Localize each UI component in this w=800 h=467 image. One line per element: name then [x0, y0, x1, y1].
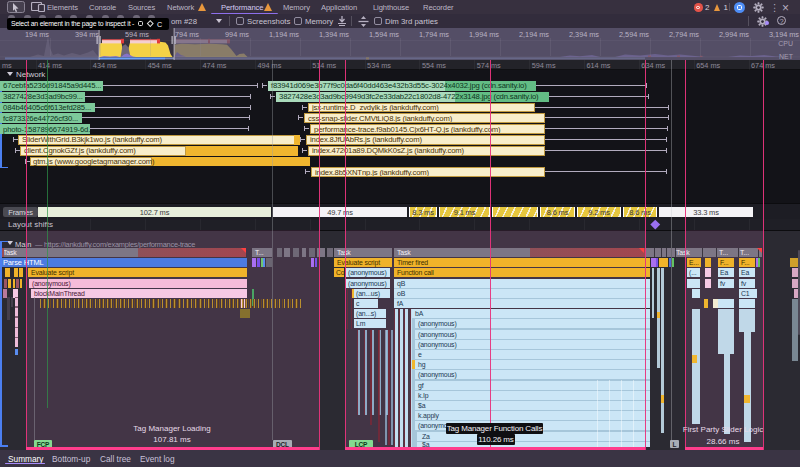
svg-text:2,994 ms: 2,994 ms: [719, 30, 749, 39]
svg-text:394 ms: 394 ms: [75, 30, 99, 39]
svg-text:194 ms: 194 ms: [25, 30, 49, 39]
svg-text:594 ms: 594 ms: [125, 30, 149, 39]
svg-text:414 ms: 414 ms: [38, 61, 62, 70]
svg-text:1,594 ms: 1,594 ms: [369, 30, 399, 39]
svg-text:494 ms: 494 ms: [257, 61, 281, 70]
svg-text:2,394 ms: 2,394 ms: [569, 30, 599, 39]
svg-text:794 ms: 794 ms: [175, 30, 199, 39]
svg-text:1,794 ms: 1,794 ms: [419, 30, 449, 39]
svg-text:3,194 ms: 3,194 ms: [769, 30, 799, 39]
svg-text:474 ms: 474 ms: [203, 61, 227, 70]
svg-text:1,394 ms: 1,394 ms: [319, 30, 349, 39]
svg-text:594 ms: 594 ms: [532, 61, 556, 70]
svg-text:NET: NET: [779, 53, 794, 60]
svg-text:CPU: CPU: [778, 40, 793, 47]
svg-text:2,194 ms: 2,194 ms: [519, 30, 549, 39]
svg-text:994 ms: 994 ms: [225, 30, 249, 39]
svg-text:2,794 ms: 2,794 ms: [669, 30, 699, 39]
svg-text:654 ms: 654 ms: [696, 61, 720, 70]
svg-text:1,994 ms: 1,994 ms: [469, 30, 499, 39]
svg-text:574 ms: 574 ms: [477, 61, 501, 70]
svg-text:514 ms: 514 ms: [312, 61, 336, 70]
svg-text:1,194 ms: 1,194 ms: [269, 30, 299, 39]
svg-text:2,594 ms: 2,594 ms: [619, 30, 649, 39]
svg-text:554 ms: 554 ms: [422, 61, 446, 70]
svg-text:434 ms: 434 ms: [93, 61, 117, 70]
svg-text:614 ms: 614 ms: [587, 61, 611, 70]
svg-text:454 ms: 454 ms: [148, 61, 172, 70]
svg-text:ms: ms: [2, 61, 12, 70]
svg-text:534 ms: 534 ms: [367, 61, 391, 70]
